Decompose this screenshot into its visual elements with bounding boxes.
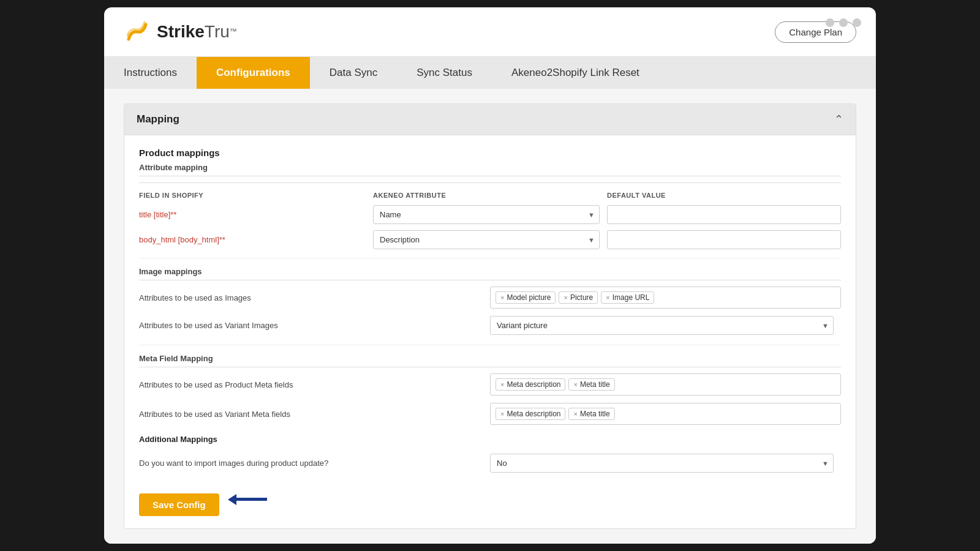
arrow-head bbox=[228, 494, 236, 505]
product-meta-desc-label: Meta description bbox=[507, 380, 560, 389]
logo-tm: ™ bbox=[230, 27, 237, 36]
akeneo-body-dropdown-wrapper: Description ▼ bbox=[373, 230, 600, 249]
product-meta-tag-title[interactable]: × Meta title bbox=[568, 378, 614, 391]
app-window: StrikeTru™ Change Plan Instructions Conf… bbox=[104, 7, 876, 544]
variant-meta-tag-description[interactable]: × Meta description bbox=[496, 408, 565, 420]
akeneo-body-dropdown[interactable]: Description bbox=[373, 230, 600, 249]
nav-configurations[interactable]: Configurations bbox=[197, 57, 310, 89]
variant-meta-desc-label: Meta description bbox=[507, 410, 560, 418]
window-dot-3 bbox=[853, 18, 861, 27]
variant-meta-row: Attributes to be used as Variant Meta fi… bbox=[139, 403, 841, 425]
meta-field-mapping-title: Meta Field Mapping bbox=[139, 354, 841, 367]
variant-meta-tags-input[interactable]: × Meta description × Meta title bbox=[490, 403, 841, 425]
table-header: FIELD IN SHOPIFY AKENEO ATTRIBUTE DEFAUL… bbox=[139, 192, 841, 201]
remove-variant-meta-desc-icon[interactable]: × bbox=[500, 410, 504, 418]
variant-meta-tag-title[interactable]: × Meta title bbox=[568, 408, 614, 420]
remove-meta-title-icon[interactable]: × bbox=[573, 381, 577, 388]
nav-data-sync[interactable]: Data Sync bbox=[310, 57, 397, 89]
image-tag-image-url[interactable]: × Image URL bbox=[601, 291, 654, 304]
variant-meta-title-label: Meta title bbox=[580, 410, 610, 418]
window-dot-2 bbox=[839, 18, 848, 27]
remove-meta-desc-icon[interactable]: × bbox=[500, 381, 504, 388]
image-tag-label-picture: Picture bbox=[570, 293, 593, 302]
variant-images-dropdown[interactable]: Variant picture bbox=[490, 316, 834, 335]
field-title: title [title]** bbox=[139, 210, 373, 219]
col-akeneo-attribute: AKENEO ATTRIBUTE bbox=[373, 192, 607, 199]
mapping-body: Product mappings Attribute mapping FIELD… bbox=[124, 135, 856, 528]
meta-section: Meta Field Mapping Attributes to be used… bbox=[139, 354, 841, 425]
default-value-title[interactable] bbox=[607, 205, 841, 224]
nav-sync-status[interactable]: Sync Status bbox=[397, 57, 492, 89]
attribute-row-body-html: body_html [body_html]** Description ▼ bbox=[139, 230, 841, 249]
logo: StrikeTru™ bbox=[124, 18, 237, 45]
images-row: Attributes to be used as Images × Model … bbox=[139, 287, 841, 309]
arrow-body bbox=[236, 498, 267, 501]
product-meta-tags-input[interactable]: × Meta description × Meta title bbox=[490, 373, 841, 395]
image-mappings-title: Image mappings bbox=[139, 267, 841, 280]
image-tag-label-url: Image URL bbox=[612, 293, 650, 302]
variant-images-row: Attributes to be used as Variant Images … bbox=[139, 316, 841, 335]
import-images-row: Do you want to import images during prod… bbox=[139, 454, 841, 473]
remove-image-url-icon[interactable]: × bbox=[606, 294, 609, 301]
logo-icon bbox=[124, 18, 151, 45]
variant-images-dropdown-wrapper: Variant picture ▼ bbox=[490, 316, 834, 335]
attribute-row-title: title [title]** Name ▼ bbox=[139, 205, 841, 224]
image-tag-model-picture[interactable]: × Model picture bbox=[496, 291, 556, 304]
section-divider-1 bbox=[139, 258, 841, 258]
akeneo-title-dropdown-wrapper: Name ▼ bbox=[373, 205, 600, 224]
section-divider-2 bbox=[139, 345, 841, 345]
images-label: Attributes to be used as Images bbox=[139, 293, 490, 302]
header: StrikeTru™ Change Plan bbox=[104, 7, 876, 57]
variant-images-label: Attributes to be used as Variant Images bbox=[139, 321, 490, 330]
import-images-dropdown[interactable]: No bbox=[490, 454, 834, 473]
remove-model-picture-icon[interactable]: × bbox=[500, 294, 504, 301]
nav-akeneo-link-reset[interactable]: Akeneo2Shopify Link Reset bbox=[492, 57, 659, 89]
nav-instructions[interactable]: Instructions bbox=[104, 57, 197, 89]
product-meta-row: Attributes to be used as Product Meta fi… bbox=[139, 373, 841, 395]
product-meta-title-label: Meta title bbox=[580, 380, 610, 389]
navigation: Instructions Configurations Data Sync Sy… bbox=[104, 57, 876, 89]
remove-variant-meta-title-icon[interactable]: × bbox=[573, 410, 577, 418]
product-meta-label: Attributes to be used as Product Meta fi… bbox=[139, 380, 490, 389]
image-tags-input[interactable]: × Model picture × Picture × Image URL bbox=[490, 287, 841, 309]
save-row: Save Config bbox=[139, 482, 841, 516]
variant-meta-label: Attributes to be used as Variant Meta fi… bbox=[139, 410, 490, 419]
save-config-button[interactable]: Save Config bbox=[139, 493, 219, 516]
field-body-html: body_html [body_html]** bbox=[139, 235, 373, 244]
image-tag-picture[interactable]: × Picture bbox=[559, 291, 598, 304]
remove-picture-icon[interactable]: × bbox=[564, 294, 567, 301]
image-tag-label-model: Model picture bbox=[507, 293, 551, 302]
window-controls bbox=[826, 18, 861, 27]
attribute-mapping-label: Attribute mapping bbox=[139, 163, 841, 176]
col-default-value: DEFAULT VALUE bbox=[607, 192, 841, 199]
additional-mappings-title: Additional Mappings bbox=[139, 435, 841, 448]
window-dot-1 bbox=[826, 18, 834, 27]
mapping-header: Mapping ⌃ bbox=[124, 104, 856, 135]
product-mappings-title: Product mappings bbox=[139, 148, 841, 158]
logo-text: StrikeTru™ bbox=[157, 22, 237, 42]
import-images-dropdown-wrapper: No ▼ bbox=[490, 454, 834, 473]
mapping-panel: Mapping ⌃ Product mappings Attribute map… bbox=[124, 103, 856, 529]
mapping-title: Mapping bbox=[137, 113, 179, 126]
akeneo-title-dropdown[interactable]: Name bbox=[373, 205, 600, 224]
arrow-indicator bbox=[228, 494, 267, 505]
col-field-in-shopify: FIELD IN SHOPIFY bbox=[139, 192, 373, 199]
main-content: Mapping ⌃ Product mappings Attribute map… bbox=[104, 89, 876, 544]
import-images-label: Do you want to import images during prod… bbox=[139, 459, 490, 468]
collapse-icon[interactable]: ⌃ bbox=[834, 113, 843, 126]
additional-section: Additional Mappings Do you want to impor… bbox=[139, 435, 841, 473]
image-section: Image mappings Attributes to be used as … bbox=[139, 267, 841, 335]
product-meta-tag-description[interactable]: × Meta description bbox=[496, 378, 565, 391]
default-value-body[interactable] bbox=[607, 230, 841, 249]
attribute-divider bbox=[139, 182, 841, 183]
